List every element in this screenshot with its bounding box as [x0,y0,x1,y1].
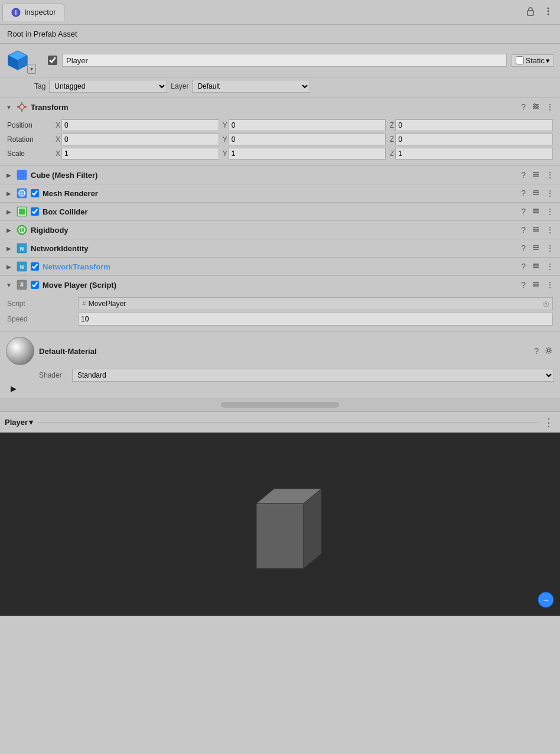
svg-point-20 [534,107,536,109]
player-dropdown[interactable]: Player ▾ [5,418,33,427]
lock-button[interactable] [525,6,536,18]
tag-label: Tag [34,82,45,90]
inspector-body: Root in Prefab Asset ▾ Static ▾ Tag Unta… [0,25,560,616]
scale-z-label: Z [388,150,395,158]
network-transform-checkbox[interactable] [31,262,39,271]
cube-mesh-filter-header[interactable]: ▶ Cube (Mesh Filter) ? [0,166,560,184]
script-row: Script # MovePlayer ◎ [7,297,553,310]
box-collider-header[interactable]: ▶ Box Collider ? ⋮ [0,203,560,220]
mesh-renderer-actions: ? ⋮ [520,188,555,199]
material-expand-arrow[interactable]: ▶ [6,382,554,393]
network-transform-settings-btn[interactable] [530,262,541,272]
material-name: Default-Material [39,347,97,356]
tag-layer-row: Tag Untagged Layer Default [0,77,560,98]
network-identity-help-btn[interactable]: ? [520,243,527,253]
bottom-bar-divider [38,422,538,422]
speed-input[interactable] [78,313,553,326]
position-y-input[interactable] [229,119,386,131]
position-x-input[interactable] [61,119,219,131]
preview-area: → [0,433,560,616]
mesh-filter-more-btn[interactable]: ⋮ [545,170,555,180]
player-dropdown-arrow: ▾ [29,418,33,427]
tag-select[interactable]: Untagged [49,80,167,93]
shader-select[interactable]: Standard [72,369,554,382]
network-identity-more-btn[interactable]: ⋮ [545,243,555,253]
svg-text:#: # [20,281,24,288]
transform-actions: ? ⋮ [520,102,555,112]
more-menu-button[interactable] [542,6,554,18]
network-transform-help-btn[interactable]: ? [520,262,527,271]
move-player-checkbox[interactable] [31,281,39,289]
network-identity-settings-btn[interactable] [530,243,541,254]
bottom-more-btn[interactable]: ⋮ [542,416,555,429]
network-transform-more-btn[interactable]: ⋮ [545,262,555,271]
svg-point-3 [548,8,549,9]
svg-rect-2 [528,11,533,15]
scale-label: Scale [7,150,54,158]
mesh-renderer-header[interactable]: ▶ Mesh Renderer ? [0,184,560,202]
player-label: Player [5,418,28,427]
bottom-bar: Player ▾ ⋮ [0,411,560,433]
speed-row: Speed [7,313,553,326]
scale-y-input[interactable] [229,148,386,160]
scale-x-input[interactable] [61,148,219,160]
svg-text:N: N [20,246,24,252]
inspector-tab[interactable]: i Inspector [2,4,64,21]
rigidbody-help-btn[interactable]: ? [520,225,527,235]
material-help-btn[interactable]: ? [533,346,540,356]
move-player-more-btn[interactable]: ⋮ [545,280,555,290]
speed-label: Speed [7,315,78,323]
script-name: MovePlayer [89,300,126,308]
rigidbody-header[interactable]: ▶ Rigidbody ? ⋮ [0,221,560,239]
svg-text:i: i [15,9,17,16]
transform-icon [17,102,27,112]
scroll-thumb[interactable] [221,402,339,408]
rotation-x-label: X [54,135,61,144]
transform-header[interactable]: ▼ Transform ? [0,98,560,116]
script-target-icon: ◎ [543,300,549,308]
mesh-renderer-checkbox[interactable] [31,189,39,197]
static-checkbox[interactable] [516,56,524,64]
move-player-header[interactable]: ▼ # Move Player (Script) ? ⋮ [0,276,560,294]
mesh-renderer-more-btn[interactable]: ⋮ [545,188,555,198]
mesh-renderer-settings-btn[interactable] [530,188,541,199]
box-collider-settings-btn[interactable] [530,207,541,217]
transform-name: Transform [31,103,516,112]
material-settings-btn[interactable] [543,346,554,356]
rigidbody-more-btn[interactable]: ⋮ [545,225,555,235]
position-z-label: Z [388,121,395,129]
move-player-settings-btn[interactable] [530,280,541,290]
rigidbody-settings-btn[interactable] [530,225,541,235]
layer-label: Layer [171,82,188,90]
transform-settings-btn[interactable] [530,102,541,112]
svg-point-19 [536,105,538,107]
network-identity-header[interactable]: ▶ N NetworkIdentity ? ⋮ [0,239,560,257]
rotation-z-input[interactable] [395,134,553,145]
mesh-filter-name: Cube (Mesh Filter) [31,171,516,180]
box-collider-checkbox[interactable] [31,207,39,216]
gameobject-name-input[interactable] [62,54,507,67]
box-collider-help-btn[interactable]: ? [520,207,527,216]
rotation-y-input[interactable] [229,134,386,145]
network-transform-header[interactable]: ▶ N NetworkTransform ? ⋮ [0,258,560,275]
move-player-actions: ? ⋮ [520,280,555,290]
mesh-filter-settings-btn[interactable] [530,170,541,180]
position-y-label: Y [222,121,229,129]
position-z-input[interactable] [395,119,553,131]
mesh-filter-help-btn[interactable]: ? [520,170,527,180]
scale-z-input[interactable] [395,148,553,160]
material-info: Default-Material [39,347,528,356]
box-collider-more-btn[interactable]: ⋮ [545,207,555,216]
position-fields: X Y Z [54,119,553,131]
material-shader-row: Shader Standard [6,369,554,382]
move-player-help-btn[interactable]: ? [520,280,527,290]
cube-mesh-filter-component: ▶ Cube (Mesh Filter) ? [0,166,560,184]
transform-more-btn[interactable]: ⋮ [545,102,555,112]
rotation-x-input[interactable] [61,134,219,145]
static-toggle[interactable]: Static ▾ [512,54,554,67]
gameobject-active-checkbox[interactable] [48,56,57,65]
layer-select[interactable]: Default [192,80,310,93]
transform-component: ▼ Transform ? [0,98,560,166]
transform-help-btn[interactable]: ? [520,102,527,112]
mesh-renderer-help-btn[interactable]: ? [520,188,527,198]
